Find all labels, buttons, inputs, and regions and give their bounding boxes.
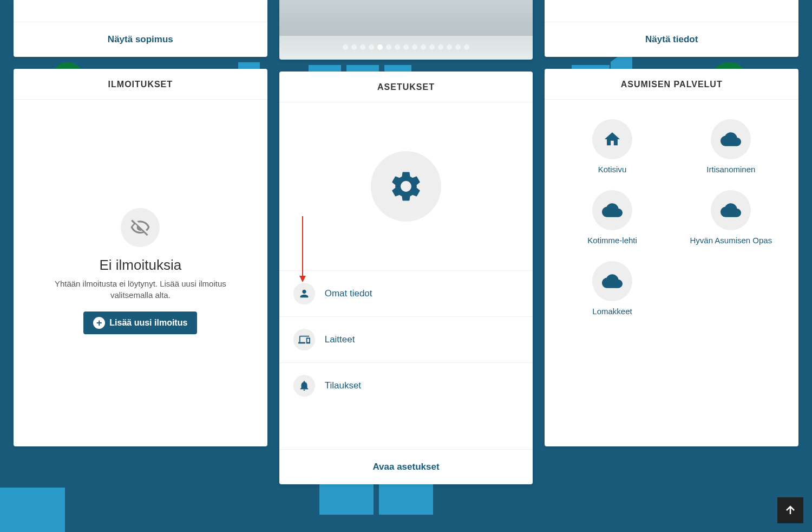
service-label: Kotimme-lehti bbox=[587, 236, 637, 245]
cloud-icon bbox=[711, 190, 751, 230]
devices-icon bbox=[293, 329, 315, 351]
service-item-3[interactable]: Hyvän Asumisen Opas bbox=[675, 187, 788, 248]
service-label: Irtisanominen bbox=[706, 165, 755, 174]
carousel-dot[interactable] bbox=[351, 44, 357, 50]
services-card: ASUMISEN PALVELUT KotisivuIrtisanominenK… bbox=[545, 69, 798, 446]
carousel-dot[interactable] bbox=[369, 44, 374, 50]
gallery-card-partial bbox=[279, 0, 533, 60]
cloud-icon bbox=[592, 261, 632, 301]
carousel-dot[interactable] bbox=[447, 44, 452, 50]
service-item-4[interactable]: Lomakkeet bbox=[555, 258, 669, 319]
carousel-dot[interactable] bbox=[429, 44, 435, 50]
details-card-partial: Näytä tiedot bbox=[545, 0, 798, 57]
settings-row-person[interactable]: Omat tiedot bbox=[279, 271, 533, 317]
service-label: Hyvän Asumisen Opas bbox=[690, 236, 772, 245]
service-item-2[interactable]: Kotimme-lehti bbox=[555, 187, 669, 248]
service-item-1[interactable]: Irtisanominen bbox=[675, 116, 788, 177]
visibility-off-icon bbox=[121, 208, 160, 247]
carousel-dot[interactable] bbox=[412, 44, 417, 50]
add-notification-label: Lisää uusi ilmoitus bbox=[109, 318, 187, 328]
carousel-dot[interactable] bbox=[403, 44, 409, 50]
notifications-empty-subtitle: Yhtään ilmoitusta ei löytynyt. Lisää uus… bbox=[43, 278, 238, 301]
annotation-arrow bbox=[302, 216, 303, 281]
settings-row-label: Omat tiedot bbox=[325, 288, 372, 299]
service-label: Kotisivu bbox=[598, 165, 627, 174]
settings-row-devices[interactable]: Laitteet bbox=[279, 317, 533, 363]
show-details-button[interactable]: Näytä tiedot bbox=[545, 22, 798, 57]
service-label: Lomakkeet bbox=[592, 307, 632, 316]
home-icon bbox=[592, 119, 632, 159]
settings-row-label: Tilaukset bbox=[325, 380, 361, 391]
carousel-dot[interactable] bbox=[421, 44, 426, 50]
carousel-dot[interactable] bbox=[360, 44, 365, 50]
carousel-dot[interactable] bbox=[395, 44, 400, 50]
notifications-card: ILMOITUKSET Ei ilmoituksia Yhtään ilmoit… bbox=[14, 69, 267, 446]
settings-card: ASETUKSET Omat tiedotLaitteetTilaukset A… bbox=[279, 72, 533, 484]
plus-icon: + bbox=[93, 317, 105, 329]
settings-row-label: Laitteet bbox=[325, 334, 355, 345]
service-item-0[interactable]: Kotisivu bbox=[555, 116, 669, 177]
add-notification-button[interactable]: + Lisää uusi ilmoitus bbox=[83, 312, 197, 334]
carousel-dot[interactable] bbox=[438, 44, 443, 50]
show-contract-button[interactable]: Näytä sopimus bbox=[14, 22, 267, 57]
scroll-to-top-button[interactable] bbox=[777, 497, 803, 523]
carousel-dot[interactable] bbox=[455, 44, 461, 50]
settings-row-bell[interactable]: Tilaukset bbox=[279, 363, 533, 408]
carousel-dots bbox=[279, 44, 533, 50]
carousel-dot[interactable] bbox=[377, 44, 383, 50]
settings-header: ASETUKSET bbox=[279, 72, 533, 102]
notifications-header: ILMOITUKSET bbox=[14, 69, 267, 100]
open-settings-button[interactable]: Avaa asetukset bbox=[279, 449, 533, 484]
contract-card-partial: Näytä sopimus bbox=[14, 0, 267, 57]
bell-icon bbox=[293, 375, 315, 397]
gear-icon bbox=[371, 151, 441, 222]
cloud-icon bbox=[592, 190, 632, 230]
services-header: ASUMISEN PALVELUT bbox=[545, 69, 798, 100]
notifications-empty-title: Ei ilmoituksia bbox=[99, 257, 181, 274]
carousel-dot[interactable] bbox=[343, 44, 348, 50]
carousel-dot[interactable] bbox=[464, 44, 469, 50]
person-icon bbox=[293, 283, 315, 304]
carousel-dot[interactable] bbox=[386, 44, 391, 50]
cloud-icon bbox=[711, 119, 751, 159]
